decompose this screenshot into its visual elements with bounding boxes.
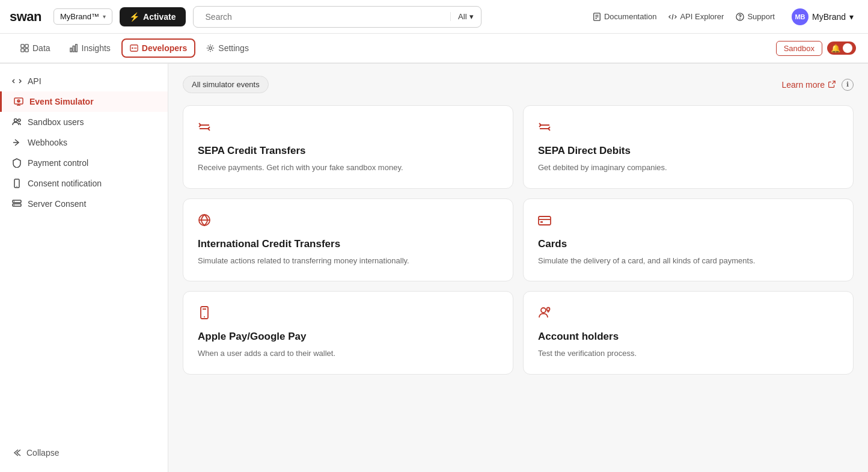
content-area: All simulator events Learn more ℹ bbox=[168, 64, 868, 472]
svg-point-29 bbox=[16, 186, 17, 186]
server-icon bbox=[12, 199, 22, 209]
subnav-item-settings[interactable]: Settings bbox=[198, 38, 257, 58]
svg-rect-11 bbox=[21, 49, 24, 52]
bolt-icon: ⚡ bbox=[129, 12, 139, 22]
bell-icon: 🔔 bbox=[831, 44, 840, 53]
sidebar-payment-control-label: Payment control bbox=[28, 158, 88, 168]
subnav-item-developers[interactable]: Developers bbox=[121, 38, 195, 58]
filter-chevron: ▾ bbox=[469, 12, 474, 21]
sidebar-api-label: API bbox=[28, 76, 41, 86]
api-explorer-label: API Explorer bbox=[680, 12, 724, 21]
svg-rect-15 bbox=[75, 44, 77, 52]
collapse-icon bbox=[12, 448, 22, 458]
svg-rect-39 bbox=[540, 221, 543, 223]
sidebar-item-api[interactable]: API bbox=[0, 71, 168, 91]
filter-badge[interactable]: All simulator events bbox=[183, 76, 269, 93]
documentation-label: Documentation bbox=[604, 12, 656, 21]
sandbox-badge[interactable]: Sandbox bbox=[776, 41, 822, 56]
activate-label: Activate bbox=[143, 12, 176, 22]
sandbox-toggle[interactable]: 🔔 bbox=[827, 41, 856, 55]
sidebar-sandbox-users-label: Sandbox users bbox=[28, 117, 84, 127]
logo: swan bbox=[10, 9, 41, 25]
info-icon[interactable]: ℹ bbox=[842, 79, 854, 91]
search-input[interactable] bbox=[206, 12, 451, 22]
apple-google-pay-title: Apple Pay/Google Pay bbox=[198, 331, 498, 343]
sidebar-event-simulator-label: Event Simulator bbox=[29, 97, 94, 106]
card-sepa-debit[interactable]: SEPA Direct Debits Get debited by imagin… bbox=[523, 105, 854, 189]
activate-button[interactable]: ⚡ Activate bbox=[120, 7, 185, 26]
sidebar-server-consent-label: Server Consent bbox=[28, 199, 86, 209]
sepa-debit-desc: Get debited by imaginary companies. bbox=[538, 162, 839, 174]
shield-icon bbox=[12, 158, 22, 168]
svg-point-25 bbox=[14, 119, 17, 122]
sepa-debit-icon bbox=[538, 120, 839, 136]
sidebar-bottom: Collapse bbox=[0, 441, 168, 465]
svg-rect-13 bbox=[70, 48, 72, 52]
svg-point-41 bbox=[204, 316, 205, 317]
svg-rect-10 bbox=[25, 44, 28, 48]
intl-credit-desc: Simulate actions related to transferring… bbox=[198, 255, 498, 267]
filter-right: Learn more ℹ bbox=[781, 79, 854, 91]
account-holder-icon bbox=[538, 306, 839, 322]
svg-rect-9 bbox=[21, 44, 24, 48]
sidebar-webhooks-label: Webhooks bbox=[28, 138, 67, 147]
subnav-data-label: Data bbox=[32, 43, 50, 53]
svg-point-17 bbox=[132, 48, 133, 49]
external-link-icon bbox=[828, 81, 836, 88]
svg-point-44 bbox=[547, 308, 550, 311]
card-account-holders[interactable]: Account holders Test the verification pr… bbox=[523, 291, 854, 375]
subnav-item-insights[interactable]: Insights bbox=[61, 38, 119, 58]
subnav-settings-label: Settings bbox=[218, 43, 249, 53]
svg-line-6 bbox=[673, 14, 674, 19]
filter-label: All bbox=[458, 12, 466, 21]
mobile-pay-icon bbox=[198, 306, 498, 322]
user-chevron: ▾ bbox=[849, 12, 854, 22]
learn-more-label: Learn more bbox=[781, 80, 825, 90]
toggle-dot bbox=[843, 43, 852, 53]
topbar-links: Documentation API Explorer Support MB My… bbox=[593, 6, 858, 28]
sepa-debit-title: SEPA Direct Debits bbox=[538, 145, 839, 157]
svg-point-32 bbox=[14, 201, 15, 202]
user-menu[interactable]: MB MyBrand ▾ bbox=[787, 6, 858, 28]
documentation-link[interactable]: Documentation bbox=[593, 12, 656, 21]
svg-point-26 bbox=[18, 119, 20, 121]
account-holders-desc: Test the verification process. bbox=[538, 348, 839, 360]
collapse-label: Collapse bbox=[26, 448, 59, 458]
sidebar-item-payment-control[interactable]: Payment control bbox=[0, 153, 168, 173]
learn-more-link[interactable]: Learn more bbox=[781, 80, 836, 90]
cards-grid: SEPA Credit Transfers Receive payments. … bbox=[183, 105, 854, 375]
svg-point-8 bbox=[740, 19, 741, 19]
intl-credit-icon bbox=[198, 213, 498, 230]
sidebar-item-server-consent[interactable]: Server Consent bbox=[0, 194, 168, 214]
svg-point-19 bbox=[209, 47, 212, 49]
sepa-credit-desc: Receive payments. Get rich with your fak… bbox=[198, 162, 498, 174]
brand-selector[interactable]: MyBrand™ ▾ bbox=[53, 8, 112, 25]
card-sepa-credit[interactable]: SEPA Credit Transfers Receive payments. … bbox=[183, 105, 513, 189]
sepa-credit-title: SEPA Credit Transfers bbox=[198, 145, 498, 157]
sidebar-item-consent-notification[interactable]: Consent notification bbox=[0, 173, 168, 194]
mobile-icon bbox=[12, 179, 22, 188]
subnav-item-data[interactable]: Data bbox=[12, 38, 59, 58]
intl-credit-title: International Credit Transfers bbox=[198, 238, 498, 250]
collapse-button[interactable]: Collapse bbox=[12, 448, 156, 458]
svg-rect-37 bbox=[539, 216, 551, 225]
subnav-right: Sandbox 🔔 bbox=[776, 41, 856, 56]
search-filter[interactable]: All ▾ bbox=[450, 12, 480, 21]
sidebar-item-webhooks[interactable]: Webhooks bbox=[0, 132, 168, 153]
svg-line-34 bbox=[832, 81, 835, 84]
cards-title: Cards bbox=[538, 238, 839, 250]
topbar: swan MyBrand™ ▾ ⚡ Activate All ▾ Documen… bbox=[0, 0, 868, 34]
filter-row: All simulator events Learn more ℹ bbox=[183, 76, 854, 93]
card-apple-google-pay[interactable]: Apple Pay/Google Pay When a user adds a … bbox=[183, 291, 513, 375]
account-holders-title: Account holders bbox=[538, 331, 839, 343]
card-intl-credit[interactable]: International Credit Transfers Simulate … bbox=[183, 198, 513, 282]
api-explorer-link[interactable]: API Explorer bbox=[668, 12, 724, 21]
code-tag-icon bbox=[12, 76, 22, 86]
sidebar-item-event-simulator[interactable]: Event Simulator bbox=[0, 91, 168, 112]
card-cards[interactable]: Cards Simulate the delivery of a card, a… bbox=[523, 198, 854, 282]
subnav-insights-label: Insights bbox=[82, 43, 111, 53]
user-name: MyBrand bbox=[812, 12, 846, 22]
sidebar-item-sandbox-users[interactable]: Sandbox users bbox=[0, 112, 168, 132]
search-bar: All ▾ bbox=[193, 6, 481, 28]
support-link[interactable]: Support bbox=[736, 12, 775, 21]
